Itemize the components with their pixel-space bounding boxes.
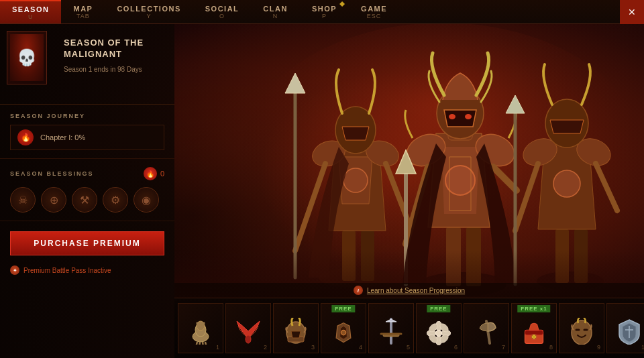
- svg-line-31: [515, 164, 538, 231]
- blessings-counter: 0: [160, 170, 164, 178]
- nav-label-clan: CLAN: [263, 5, 288, 13]
- svg-point-70: [572, 320, 592, 345]
- nav-bar: SEASON U MAP TAB COLLECTIONS Y SOCIAL O …: [0, 0, 644, 24]
- season-title-line2: MALIGNANT: [64, 49, 122, 59]
- item-number-5: 5: [407, 344, 410, 351]
- item-number-3: 3: [311, 344, 315, 351]
- close-button[interactable]: ✕: [620, 0, 644, 24]
- svg-rect-12: [446, 227, 461, 286]
- shield-svg: [616, 318, 643, 345]
- skull-icon: 💀: [17, 48, 37, 67]
- svg-point-28: [519, 134, 561, 171]
- reward-item-8[interactable]: FREE x1 8: [511, 303, 557, 353]
- reward-item-4[interactable]: FREE 4: [321, 303, 366, 353]
- blessing-circle-4[interactable]: ⚙: [103, 187, 128, 213]
- season-title-area: SEASON OF THE MALIGNANT Season 1 ends in…: [64, 38, 161, 73]
- flower-svg: [427, 321, 451, 345]
- svg-line-44: [203, 342, 203, 345]
- reward-item-9[interactable]: 9: [559, 303, 604, 353]
- svg-point-5: [309, 137, 348, 171]
- reward-item-6[interactable]: FREE 6: [416, 303, 462, 353]
- item-icon-armor: [329, 318, 358, 348]
- learn-icon: i: [354, 286, 363, 295]
- svg-point-6: [362, 137, 402, 171]
- item-number-2: 2: [264, 344, 267, 351]
- svg-point-64: [436, 330, 442, 336]
- armor-svg: [331, 321, 356, 345]
- svg-line-43: [199, 342, 200, 345]
- battle-pass-inactive[interactable]: ✦ Premium Battle Pass Inactive: [0, 265, 174, 275]
- svg-line-42: [196, 342, 197, 345]
- nav-key-clan: N: [273, 13, 278, 19]
- season-blessings-section: SEASON BLESSINGS 🔥 0 ☠ ⊕ ⚒ ⚙ ◉: [0, 159, 174, 221]
- svg-point-7: [335, 107, 376, 154]
- learn-bar: i Learn about Season Progression: [174, 283, 644, 298]
- battle-pass-label: Premium Battle Pass Inactive: [23, 267, 111, 274]
- main-content: 1 2: [174, 24, 644, 358]
- nav-key-collections: Y: [147, 13, 152, 19]
- item-icon-horse: [186, 316, 215, 346]
- item-icon-flower: [424, 318, 453, 348]
- svg-point-0: [241, 23, 644, 291]
- nav-label-collections: COLLECTIONS: [117, 5, 180, 13]
- svg-point-20: [465, 114, 472, 119]
- blessing-circle-3[interactable]: ⚒: [72, 187, 97, 213]
- blessing-circle-1[interactable]: ☠: [10, 187, 36, 213]
- item-icon-shield: [614, 316, 644, 346]
- chest-svg: [522, 321, 546, 345]
- blessings-flame-icon: 🔥: [144, 167, 157, 180]
- item-icon-wing: [233, 316, 263, 346]
- reward-item-1[interactable]: 1: [178, 303, 223, 353]
- journey-row[interactable]: 🔥 Chapter I: 0%: [10, 125, 164, 150]
- item-number-1: 1: [216, 344, 219, 351]
- svg-point-4: [343, 168, 368, 192]
- svg-point-16: [471, 128, 520, 172]
- nav-item-collections[interactable]: COLLECTIONS Y: [105, 0, 193, 23]
- item-icon-mask: [567, 316, 596, 346]
- bp-icon: ✦: [10, 265, 19, 275]
- reward-item-3[interactable]: 3: [273, 303, 319, 353]
- item-number-10: 10: [641, 344, 644, 351]
- mask-svg: [568, 318, 595, 345]
- season-header: 💀 SEASON OF THE MALIGNANT Season 1 ends …: [0, 24, 174, 105]
- nav-key-shop: P: [322, 13, 327, 19]
- nav-item-clan[interactable]: CLAN N: [251, 0, 300, 23]
- shop-gem-icon: [339, 1, 345, 7]
- svg-point-29: [573, 134, 614, 171]
- blessings-header: SEASON BLESSINGS 🔥 0: [10, 167, 164, 180]
- svg-point-69: [532, 335, 535, 338]
- nav-label-map: MAP: [73, 5, 93, 13]
- reward-track: 1 2: [174, 298, 644, 358]
- nav-label-shop: SHOP: [312, 5, 337, 13]
- nav-item-map[interactable]: MAP TAB: [61, 0, 105, 23]
- blessings-section-title: SEASON BLESSINGS: [10, 170, 94, 177]
- horse-svg: [187, 318, 214, 345]
- item-number-6: 6: [454, 344, 458, 351]
- blessing-circle-2[interactable]: ⊕: [41, 187, 66, 213]
- item-number-8: 8: [549, 344, 553, 351]
- svg-point-14: [445, 166, 475, 195]
- season-title: SEASON OF THE MALIGNANT: [64, 38, 161, 60]
- left-panel: 💀 SEASON OF THE MALIGNANT Season 1 ends …: [0, 24, 174, 358]
- nav-item-game[interactable]: GAME ESC: [349, 0, 399, 23]
- blessing-circle-5[interactable]: ◉: [133, 187, 159, 213]
- svg-line-21: [406, 167, 428, 244]
- item-icon-axe: [472, 316, 501, 346]
- season-subtitle: Season 1 ends in 98 Days: [64, 66, 161, 73]
- reward-item-10[interactable]: 10: [606, 303, 644, 353]
- svg-point-19: [449, 114, 455, 119]
- reward-item-5[interactable]: 5: [368, 303, 414, 353]
- nav-item-social[interactable]: SOCIAL O: [193, 0, 252, 23]
- purchase-premium-button[interactable]: PURCHASE PREMIUM: [10, 231, 164, 255]
- helm-svg: [282, 318, 309, 345]
- weapon-svg: [378, 318, 405, 345]
- svg-point-51: [341, 330, 345, 335]
- svg-point-30: [545, 99, 588, 147]
- svg-rect-17: [448, 127, 472, 140]
- reward-item-7[interactable]: 7: [464, 303, 509, 353]
- nav-item-season[interactable]: SEASON U: [0, 0, 61, 23]
- nav-item-shop[interactable]: SHOP P: [300, 0, 349, 23]
- reward-item-2[interactable]: 2: [225, 303, 271, 353]
- svg-point-27: [553, 170, 580, 197]
- learn-progression-link[interactable]: Learn about Season Progression: [367, 287, 465, 294]
